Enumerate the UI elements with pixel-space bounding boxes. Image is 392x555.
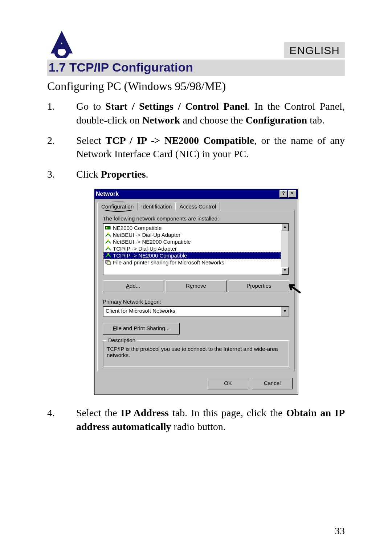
primary-logon-label: Primary Network Logon: <box>103 299 289 305</box>
annotation-arrow-icon <box>287 281 302 297</box>
brand-logo <box>47 29 76 58</box>
step-3: Click Properties. <box>47 167 345 181</box>
list-item[interactable]: TCP/IP -> Dial-Up Adapter <box>103 245 281 252</box>
svg-rect-18 <box>107 262 111 264</box>
svg-rect-2 <box>56 46 68 49</box>
list-item[interactable]: NetBEUI -> Dial-Up Adapter <box>103 231 281 238</box>
svg-point-16 <box>107 253 109 255</box>
list-item[interactable]: File and printer sharing for Microsoft N… <box>103 259 281 266</box>
cancel-button[interactable]: Cancel <box>252 378 293 389</box>
step-4: Select the IP Address tab. In this page,… <box>47 406 345 434</box>
list-item[interactable]: NetBEUI -> NE2000 Compatible <box>103 238 281 245</box>
protocol-icon <box>105 246 111 251</box>
service-icon <box>105 259 111 265</box>
dropdown-value: Client for Microsoft Networks <box>103 307 281 316</box>
svg-marker-1 <box>51 31 73 53</box>
description-group: Description TCP/IP is the protocol you u… <box>103 340 289 367</box>
protocol-icon <box>105 252 111 258</box>
chevron-down-icon[interactable]: ▼ <box>281 307 289 316</box>
scroll-down-button[interactable]: ▼ <box>281 267 289 275</box>
protocol-icon <box>105 232 111 238</box>
language-badge: ENGLISH <box>284 42 345 58</box>
list-item-selected[interactable]: TCP/IP -> NE2000 Compatible <box>103 252 281 259</box>
add-button[interactable]: Add... <box>103 280 163 292</box>
step-1: Go to Start / Settings / Control Panel. … <box>47 100 345 127</box>
step-2: Select TCP / IP -> NE2000 Compatible, or… <box>47 134 345 161</box>
close-button[interactable]: × <box>288 190 296 198</box>
dialog-title: Network <box>96 191 119 197</box>
components-listbox[interactable]: NE2000 Compatible NetBEUI -> Dial-Up Ada… <box>103 223 289 275</box>
tab-configuration[interactable]: Configuration <box>97 202 138 210</box>
protocol-icon <box>105 239 111 244</box>
help-button[interactable]: ? <box>279 190 287 198</box>
description-legend: Description <box>107 337 137 343</box>
file-print-sharing-button[interactable]: File and Print Sharing... <box>103 323 180 335</box>
page-number: 33 <box>335 525 345 537</box>
properties-button[interactable]: Properties <box>229 280 289 292</box>
list-item[interactable]: NE2000 Compatible <box>103 224 281 231</box>
network-dialog: Network ? × Configuration Identification… <box>94 189 298 395</box>
description-text: TCP/IP is the protocol you use to connec… <box>107 346 285 358</box>
remove-button[interactable]: Remove <box>166 280 226 292</box>
section-subhead: Configuring PC (Windows 95/98/ME) <box>47 80 345 93</box>
components-label: The following network components are ins… <box>103 215 289 222</box>
scrollbar[interactable]: ▲ ▼ <box>281 224 289 275</box>
primary-logon-dropdown[interactable]: Client for Microsoft Networks ▼ <box>103 306 289 317</box>
scroll-up-button[interactable]: ▲ <box>281 224 289 231</box>
section-title: 1.7 TCP/IP Configuration <box>47 60 345 76</box>
svg-point-7 <box>107 232 109 234</box>
tab-access-control[interactable]: Access Control <box>175 202 220 210</box>
svg-point-10 <box>107 239 109 241</box>
svg-rect-4 <box>106 227 107 228</box>
adapter-icon <box>105 225 111 231</box>
ok-button[interactable]: OK <box>208 378 248 389</box>
svg-point-13 <box>107 246 109 248</box>
tab-identification[interactable]: Identification <box>137 202 176 210</box>
dialog-titlebar[interactable]: Network ? × <box>94 189 298 199</box>
